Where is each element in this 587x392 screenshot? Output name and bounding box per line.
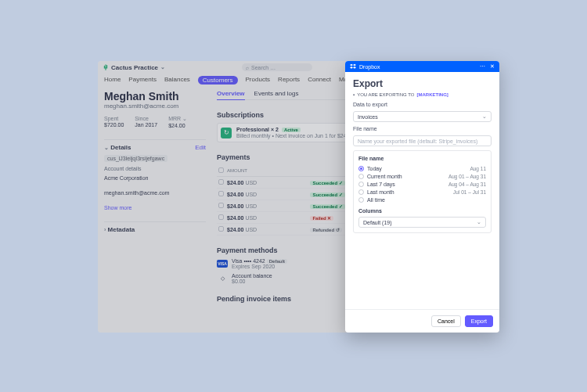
export-modal: Dropbox ⋯ ✕ Export ▪ YOU ARE EXPORTING T…	[345, 61, 499, 333]
range-title: File name	[358, 156, 486, 161]
search-placeholder: Search …	[251, 65, 275, 70]
brand-switcher[interactable]: Cactus Practice ⌄	[103, 64, 165, 71]
chevron-down-icon: ⌄	[160, 64, 165, 70]
range-option[interactable]: Last monthJul 01 – Jul 31	[358, 188, 486, 196]
customer-email[interactable]: meghan.smith@acme.com	[104, 102, 206, 110]
card-brand-icon: VISA	[217, 260, 228, 268]
nav-balances[interactable]: Balances	[164, 76, 190, 85]
cactus-icon	[103, 64, 109, 70]
range-box: File name TodayAug 11Current monthAug 01…	[353, 150, 492, 233]
folder-icon: ▪	[353, 92, 355, 97]
search-icon: ⌕	[246, 65, 249, 70]
more-icon[interactable]: ⋯	[480, 63, 485, 70]
status-badge: Succeeded ✓	[310, 204, 344, 209]
edit-link[interactable]: Edit	[195, 144, 206, 151]
range-option[interactable]: TodayAug 11	[358, 164, 486, 172]
status-badge: Active	[282, 128, 301, 132]
tab-events[interactable]: Events and logs	[254, 90, 299, 97]
radio-icon	[358, 174, 364, 179]
customer-email2: meghan.smith@acme.com	[104, 190, 206, 196]
filename-input[interactable]: Name your exported file (default: Stripe…	[353, 135, 492, 146]
close-icon[interactable]: ✕	[490, 63, 495, 70]
range-option[interactable]: All time	[358, 196, 486, 203]
show-more-link[interactable]: Show more	[104, 205, 206, 210]
export-destination: ▪ YOU ARE EXPORTING TO [MARKETING]	[345, 91, 499, 102]
cancel-button[interactable]: Cancel	[431, 315, 461, 327]
search-input[interactable]: ⌕ Search …	[242, 63, 312, 71]
nav-reports[interactable]: Reports	[278, 76, 300, 85]
metadata-section[interactable]: › Metadata	[104, 221, 206, 233]
export-button[interactable]: Export	[465, 315, 493, 327]
status-badge: Failed ✕	[310, 216, 333, 221]
nav-customers[interactable]: Customers	[198, 76, 238, 85]
modal-titlebar: Dropbox ⋯ ✕	[345, 61, 499, 72]
tab-overview[interactable]: Overview	[217, 90, 245, 100]
nav-payments[interactable]: Payments	[128, 76, 157, 85]
nav-home[interactable]: Home	[104, 76, 121, 85]
row-checkbox[interactable]	[218, 179, 224, 185]
brand-name: Cactus Practice	[111, 64, 158, 71]
modal-footer: Cancel Export	[345, 309, 499, 333]
row-checkbox[interactable]	[218, 203, 224, 208]
wallet-icon: ◇	[217, 275, 228, 282]
refresh-icon: ↻	[221, 128, 232, 138]
status-badge: Refunded ↺	[310, 228, 341, 232]
radio-icon	[358, 182, 364, 187]
columns-select[interactable]: Default (19)⌄	[358, 217, 486, 228]
modal-app-name: Dropbox	[359, 64, 380, 70]
chevron-right-icon: ›	[104, 227, 106, 232]
row-checkbox[interactable]	[218, 226, 224, 232]
account-details-label: Account details	[104, 166, 206, 171]
range-option[interactable]: Last 7 daysAug 04 – Aug 31	[358, 180, 486, 188]
columns-label: Columns	[358, 208, 486, 214]
dropbox-icon	[350, 63, 356, 70]
select-chevron-icon: ⌄	[482, 113, 487, 120]
status-badge: Succeeded ✓	[310, 192, 344, 197]
destination-link[interactable]: [MARKETING]	[417, 92, 448, 97]
chevron-down-icon[interactable]: ⌄	[182, 116, 187, 121]
row-checkbox[interactable]	[218, 214, 224, 220]
radio-icon	[358, 197, 364, 203]
customer-id[interactable]: cus_lJ3leijqI3rsijefgawc	[104, 155, 167, 162]
range-option[interactable]: Current monthAug 01 – Aug 31	[358, 172, 486, 180]
select-all-checkbox[interactable]	[218, 167, 224, 173]
radio-icon	[358, 166, 364, 171]
filename-label: File name	[353, 126, 492, 131]
customer-sidebar: Meghan Smith meghan.smith@acme.com Spent…	[104, 90, 206, 303]
modal-title: Export	[345, 72, 499, 91]
nav-connect[interactable]: Connect	[308, 76, 331, 85]
status-badge: Succeeded ✓	[310, 181, 344, 185]
chevron-down-icon[interactable]: ⌄	[104, 145, 109, 150]
account-name: Acme Corporation	[104, 175, 206, 181]
customer-name: Meghan Smith	[104, 90, 206, 102]
row-checkbox[interactable]	[218, 191, 224, 196]
data-select[interactable]: Invoices⌄	[353, 111, 492, 122]
radio-icon	[358, 189, 364, 195]
select-chevron-icon: ⌄	[477, 219, 481, 225]
details-section: ⌄ Details Edit	[104, 139, 206, 151]
customer-stats: Spent$720.00 SinceJan 2017 MRR ⌄$24.00	[104, 116, 206, 128]
nav-products[interactable]: Products	[246, 76, 271, 85]
data-label: Data to export	[353, 102, 492, 107]
